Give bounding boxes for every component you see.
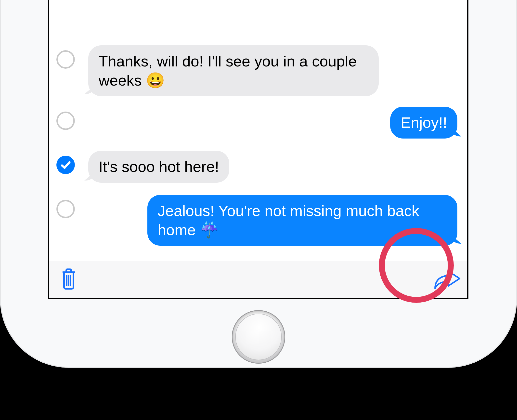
message-bubble-incoming: Thanks, will do! I'll see you in a coupl… <box>88 45 379 96</box>
select-circle[interactable] <box>56 112 75 130</box>
message-row[interactable]: Thanks, will do! I'll see you in a coupl… <box>49 45 467 96</box>
trash-icon <box>60 268 77 291</box>
screen: Thanks, will do! I'll see you in a coupl… <box>48 0 468 299</box>
message-row[interactable]: Jealous! You're not missing much back ho… <box>49 195 467 246</box>
message-text: Thanks, will do! I'll see you in a coupl… <box>99 53 357 89</box>
message-bubble-outgoing: Enjoy!! <box>390 107 457 139</box>
edit-toolbar <box>49 261 467 298</box>
home-button[interactable] <box>232 310 285 364</box>
delete-button[interactable] <box>58 269 79 290</box>
message-list: Thanks, will do! I'll see you in a coupl… <box>49 0 467 261</box>
message-row[interactable]: It's sooo hot here! <box>49 151 467 183</box>
message-row[interactable]: Enjoy!! <box>49 107 467 139</box>
select-circle-checked[interactable] <box>56 156 75 174</box>
message-bubble-incoming: It's sooo hot here! <box>88 151 229 183</box>
message-text: Enjoy!! <box>401 114 447 131</box>
select-circle[interactable] <box>56 50 75 69</box>
forward-button[interactable] <box>437 269 458 290</box>
message-text: Jealous! You're not missing much back ho… <box>158 202 419 238</box>
select-circle[interactable] <box>56 200 75 218</box>
iphone-device-frame: Thanks, will do! I'll see you in a coupl… <box>0 0 517 368</box>
message-text: It's sooo hot here! <box>99 158 219 175</box>
message-bubble-outgoing: Jealous! You're not missing much back ho… <box>147 195 457 246</box>
forward-arrow-icon <box>433 268 462 291</box>
